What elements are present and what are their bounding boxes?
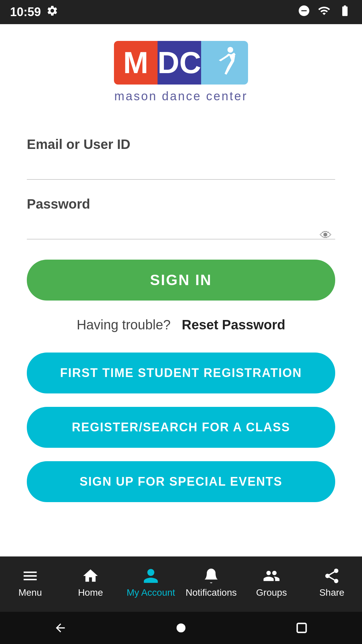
nav-item-notifications[interactable]: Notifications: [181, 556, 241, 612]
password-wrapper: 👁: [27, 217, 335, 256]
menu-icon: [21, 567, 39, 585]
logo-subtitle: mason dance center: [114, 89, 248, 103]
email-input[interactable]: [27, 157, 335, 180]
status-right: [298, 4, 352, 20]
trouble-text: Having trouble?: [77, 317, 171, 332]
login-form: Email or User ID Password 👁 SIGN IN: [27, 137, 335, 317]
bottom-navigation: Menu Home My Account Notifications Group…: [0, 556, 362, 612]
registration-button[interactable]: FIRST TIME STUDENT REGISTRATION: [27, 353, 335, 393]
wifi-icon: [317, 4, 331, 20]
settings-icon: [46, 5, 58, 20]
status-bar: 10:59: [0, 0, 362, 24]
password-input[interactable]: [27, 217, 335, 239]
nav-label-my-account: My Account: [127, 587, 175, 598]
main-content: M DC mason dance center Email or User ID…: [0, 24, 362, 644]
android-recents-button[interactable]: [290, 616, 313, 640]
search-class-button[interactable]: REGISTER/SEARCH FOR A CLASS: [27, 407, 335, 448]
svg-point-0: [228, 47, 233, 53]
notifications-icon: [202, 567, 220, 585]
signin-button[interactable]: SIGN IN: [27, 260, 335, 301]
svg-rect-2: [297, 624, 306, 633]
home-icon: [82, 567, 99, 585]
battery-icon: [338, 4, 352, 20]
nav-label-menu: Menu: [18, 587, 42, 598]
time-display: 10:59: [10, 5, 41, 19]
logo-boxes: M DC: [114, 41, 248, 85]
logo-container: M DC mason dance center: [114, 41, 248, 103]
reset-password-link[interactable]: Reset Password: [182, 317, 285, 332]
android-nav-bar: [0, 612, 362, 644]
nav-label-groups: Groups: [256, 587, 287, 598]
nav-item-my-account[interactable]: My Account: [121, 556, 181, 612]
status-left: 10:59: [10, 5, 58, 20]
special-events-button[interactable]: SIGN UP FOR SPECIAL EVENTS: [27, 461, 335, 502]
nav-label-home: Home: [78, 587, 103, 598]
groups-icon: [263, 567, 280, 585]
password-toggle-icon[interactable]: 👁: [320, 228, 332, 242]
nav-item-groups[interactable]: Groups: [241, 556, 302, 612]
logo-m: M: [114, 41, 158, 85]
account-icon: [142, 567, 160, 585]
logo-dancer: [201, 41, 248, 85]
logo-d: DC: [158, 41, 201, 85]
android-back-button[interactable]: [49, 616, 72, 640]
nav-item-menu[interactable]: Menu: [0, 556, 60, 612]
nav-label-share: Share: [319, 587, 345, 598]
nav-item-home[interactable]: Home: [60, 556, 121, 612]
email-label: Email or User ID: [27, 137, 335, 152]
nav-label-notifications: Notifications: [186, 587, 237, 598]
nav-item-share[interactable]: Share: [302, 556, 362, 612]
svg-point-1: [177, 624, 186, 633]
android-home-button[interactable]: [169, 616, 193, 640]
share-icon: [323, 567, 341, 585]
reset-password-row: Having trouble? Reset Password: [77, 317, 286, 332]
do-not-disturb-icon: [298, 4, 310, 20]
password-label: Password: [27, 197, 335, 212]
